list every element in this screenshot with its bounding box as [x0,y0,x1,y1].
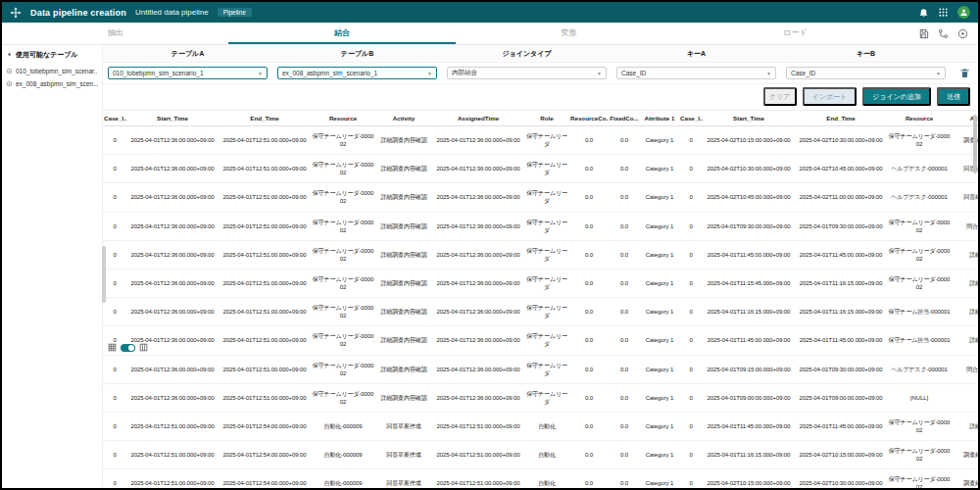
tab-list: 抽出結合変形ロード [2,23,908,44]
cell: 0 [103,269,126,297]
cell: 保守チームリーダ-000002 [311,212,375,240]
topbar: Data pipeline creation Untitled data pip… [2,2,978,23]
select-key-a-value: Case_ID [621,70,646,76]
select-join-type[interactable]: 内部結合▼ [447,67,607,79]
cell: 2025-04-01T11:45:00.000+09:00 [795,412,887,440]
table-list-item[interactable]: ex_008_asbpmn_sim_scen... [6,77,98,90]
cell: 2025-04-01T12:51:00.000+09:00 [219,155,311,183]
cell: 0.0 [609,441,640,469]
cell: 0 [679,469,703,488]
select-table-a[interactable]: 010_tobebpmn_sim_scenario_1▼ [108,67,268,79]
cell: 0 [679,240,703,269]
cell: 0.0 [569,441,609,469]
import-button[interactable]: インポート [803,87,858,106]
app-window: Data pipeline creation Untitled data pip… [0,0,980,490]
cell: Category 1 [640,126,679,155]
cell: 2025-04-01T11:45:00.000+09:00 [795,326,887,355]
cell: 保守チームリーダ-000002 [887,240,952,269]
cell: 0 [103,212,126,240]
move-icon[interactable] [10,7,22,19]
view-toggle[interactable] [121,344,135,352]
tab-join[interactable]: 結合 [228,23,455,44]
page-body: 使用可能なテーブル 010_tobebpmn_sim_scenar...ex_0… [2,45,978,488]
column-header: End_Time [795,111,887,126]
column-view-icon[interactable] [139,343,148,352]
cell: 2025-04-01T12:36:00.000+09:00 [432,155,524,183]
actions-row: クリアインポートジョインの追加送信 [103,84,978,111]
cell: 保守チームリーダ [524,383,569,412]
submit-button[interactable]: 送信 [937,87,970,106]
cell: 保守チームリーダ [524,212,569,240]
cell: 0 [679,441,703,469]
cell: 詳細調査内容確認 [375,383,432,412]
cell: 保守チームリーダ-000002 [887,269,952,297]
column-header: Role [524,111,569,126]
delete-join-button[interactable] [951,68,978,78]
cell: 2025-04-01T11:45:00.000+09:00 [703,326,795,355]
join-result-table: Case_I...Start_TimeEnd_TimeResourceActiv… [103,111,978,488]
cell: 2025-04-01T12:36:00.000+09:00 [432,269,524,297]
pipeline-flow-icon[interactable] [938,28,949,39]
cell: 保守チームリーダ [524,155,569,183]
tab-load[interactable]: ロード [682,23,908,44]
table-row: 02025-04-01T12:36:00.000+09:002025-04-01… [103,326,978,355]
select-key-b[interactable]: Case_ID▼ [786,67,946,79]
cell: 保守チームリーダ-000002 [311,183,375,212]
add-join-button[interactable]: ジョインの追加 [862,87,931,106]
tab-transform[interactable]: 変形 [456,23,682,44]
apps-grid-icon[interactable] [938,7,949,18]
table-row: 02025-04-01T12:36:00.000+09:002025-04-01… [103,155,978,183]
table-list-item[interactable]: 010_tobebpmn_sim_scenar... [6,65,98,77]
collapse-icon[interactable] [6,51,13,59]
chevron-down-icon: ▼ [936,71,941,76]
user-avatar[interactable] [957,6,970,19]
cell: 2025-04-01T12:51:00.000+09:00 [432,441,524,469]
cell: 0.0 [569,183,609,212]
run-icon[interactable] [957,28,968,39]
cell: Category 1 [640,155,679,183]
cell: 2025-04-01T09:15:00.000+09:00 [703,355,795,383]
cell: 2025-04-01T12:51:00.000+09:00 [219,183,311,212]
table-vertical-scrollbar[interactable] [973,111,978,488]
cell: 0.0 [609,298,640,326]
cell: 2025-04-01T12:36:00.000+09:00 [432,326,524,355]
table-header-row: Case_I...Start_TimeEnd_TimeResourceActiv… [103,111,978,126]
cell: 2025-04-01T12:51:00.000+09:00 [219,355,311,383]
table-list-item-label: ex_008_asbpmn_sim_scen... [16,80,98,87]
table-row: 02025-04-01T12:36:00.000+09:002025-04-01… [103,383,978,412]
cell: 0.0 [609,183,640,212]
column-header: Start_Time [703,111,795,126]
sidebar: 使用可能なテーブル 010_tobebpmn_sim_scenar...ex_0… [2,45,103,488]
cell: Category 1 [640,183,679,212]
tab-extract[interactable]: 抽出 [2,23,228,44]
chevron-down-icon: ▼ [597,71,602,76]
cell: 2025-04-01T12:36:00.000+09:00 [432,298,524,326]
cell: 2025-04-01T12:36:00.000+09:00 [432,383,524,412]
notifications-bell-icon[interactable] [918,7,929,18]
cell: 回答草案作成 [375,469,432,488]
cell: 2025-04-02T10:45:00.000+09:00 [795,155,887,183]
pipeline-name[interactable]: Untitled data pipeline [135,8,209,17]
cell: 2025-04-01T12:36:00.000+09:00 [126,298,219,326]
save-icon[interactable] [918,28,929,39]
cell: 0.0 [569,326,609,355]
clear-button[interactable]: クリア [763,87,797,106]
sidebar-title: 使用可能なテーブル [16,50,78,60]
cell: 2025-04-01T12:54:00.000+09:00 [219,412,311,440]
label-key-a: キーA [612,45,781,62]
join-result-table-wrap[interactable]: Case_I...Start_TimeEnd_TimeResourceActiv… [103,111,978,488]
select-key-a[interactable]: Case_ID▼ [616,67,776,79]
sidebar-scrollbar-thumb[interactable] [102,246,106,303]
table-list-item-label: 010_tobebpmn_sim_scenar... [16,68,98,74]
join-panel: テーブルAテーブルBジョインタイプキーAキーB 010_tobebpmn_sim… [103,45,978,488]
cell: 2025-04-01T12:36:00.000+09:00 [432,355,524,383]
pipeline-badge: Pipeline [218,8,252,17]
select-table-b[interactable]: ex_008_asbpmn_sim_scenario_1▼ [277,67,437,79]
grid-view-icon[interactable] [108,343,117,352]
cell: 保守チームリーダ [524,326,569,355]
column-header: Resource [887,111,952,126]
cell: 0 [679,298,703,326]
cell: 0 [103,183,126,212]
cell: 2025-04-01T09:30:00.000+09:00 [795,212,887,240]
scrollbar-thumb[interactable] [973,115,977,173]
